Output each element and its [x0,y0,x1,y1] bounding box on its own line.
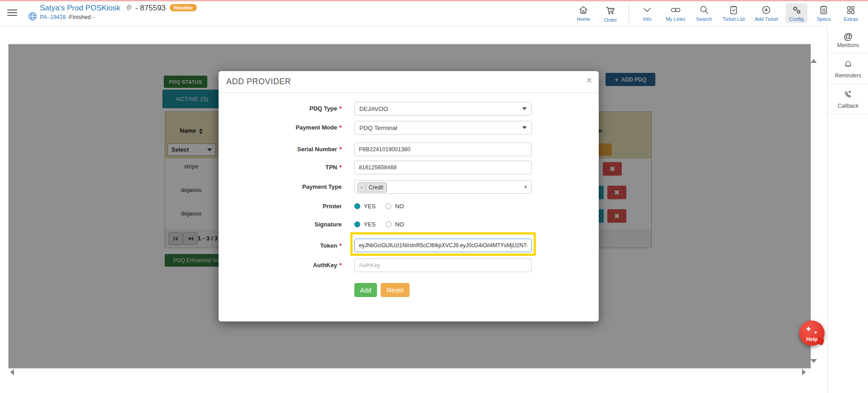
app-canvas: Satya's Prod POSKiosk - 875593 Reseller … [0,0,868,393]
nav-add-ticket[interactable]: Add Ticket [753,3,780,23]
account-title-link[interactable]: Satya's Prod POSKiosk [40,4,120,12]
label-payment-mode: Payment Mode* [219,124,342,131]
authkey-input[interactable] [354,259,532,272]
tpn-input[interactable] [354,161,532,174]
home-icon [578,5,589,15]
nav-order[interactable]: Order [600,3,621,24]
copy-icon[interactable] [125,4,133,13]
caret-icon [522,107,527,110]
top-nav: Home Order Info My Links [570,3,864,24]
remove-tag-icon[interactable]: × [358,185,366,190]
gears-icon [791,5,802,15]
add-button[interactable]: Add [354,283,377,297]
signature-yes-radio[interactable] [354,221,360,227]
right-sidebar: @ Mentions Reminders Callback [827,26,868,393]
scroll-left-arrow[interactable] [10,369,14,375]
sidebar-mentions[interactable]: @ Mentions [828,26,868,53]
scroll-up-arrow[interactable] [811,59,817,63]
pdq-type-select[interactable]: DEJAVOO [354,102,532,115]
label-token: Token* [219,242,342,249]
printer-no-radio[interactable] [386,203,391,209]
credit-tag: × Credit [358,182,387,192]
printer-yes-radio[interactable] [354,203,360,209]
nav-extras[interactable]: Extras [840,3,862,23]
search-icon [699,5,710,15]
globe-icon [27,11,38,24]
label-payment-type: Payment Type [219,183,342,190]
help-button[interactable]: ✦ ✦ Help [799,321,825,346]
plus-circle-icon [761,5,772,15]
top-header-bar: Satya's Prod POSKiosk - 875593 Reseller … [0,0,868,26]
clear-all-icon[interactable]: × [524,184,527,190]
mentions-at-icon: @ [828,32,868,41]
bell-icon [843,63,853,71]
label-authkey: AuthKey* [219,262,342,268]
modal-header: ADD PROVIDER × [219,71,599,93]
hamburger-menu-icon[interactable] [7,10,17,16]
link-icon [670,5,682,15]
scroll-right-arrow[interactable] [802,369,806,375]
nav-ticket-list[interactable]: Ticket List [720,3,747,23]
payment-type-multiselect[interactable]: × Credit × [354,180,532,194]
sidebar-callback[interactable]: Callback [828,84,868,114]
token-input[interactable] [354,239,532,252]
reseller-badge: Reseller [170,4,197,11]
clipboard-check-icon [728,5,739,15]
caret-icon [522,126,527,129]
nav-divider [629,4,629,23]
nav-config[interactable]: Config [786,3,807,23]
modal-title: ADD PROVIDER [226,77,291,86]
printer-radio-group: YES NO [354,201,404,211]
signature-no-radio[interactable] [386,221,391,227]
signature-radio-group: YES NO [354,220,404,229]
nav-home[interactable]: Home [572,3,594,23]
nav-info[interactable]: Info [636,3,658,23]
ticket-title-block: Satya's Prod POSKiosk - 875593 Reseller … [40,4,197,20]
sidebar-reminders[interactable]: Reminders [828,53,868,84]
clipboard-list-icon [818,5,829,15]
sparkle-icon: ✦ [814,330,818,335]
pa-number-link[interactable]: PA -19428 [40,14,66,20]
ticket-number: - 875593 [135,4,166,12]
sparkle-icon: ✦ [805,324,812,334]
nav-my-links[interactable]: My Links [663,3,687,23]
serial-number-input[interactable] [354,143,532,156]
grid-squares-icon [845,5,856,15]
status-text: -Finished - [67,14,94,20]
nav-specs[interactable]: Specs [813,3,835,23]
label-printer: Printer [219,203,342,210]
scroll-down-arrow[interactable] [811,359,817,363]
phone-callback-icon [843,93,853,101]
reset-button[interactable]: Reset [381,283,410,297]
label-serial-number: Serial Number* [219,146,342,153]
chevron-down-icon [642,5,653,15]
payment-mode-select[interactable]: PDQ Terminal [354,121,532,134]
add-provider-modal: ADD PROVIDER × PDQ Type* DEJAVOO Payment… [219,71,599,321]
nav-search[interactable]: Search [693,3,715,23]
label-signature: Signature [219,221,342,228]
label-tpn: TPN* [219,164,342,171]
top-accent-strip [0,0,868,1]
cart-icon [605,5,616,16]
label-pdq-type: PDQ Type* [219,105,342,112]
close-icon[interactable]: × [587,75,592,85]
